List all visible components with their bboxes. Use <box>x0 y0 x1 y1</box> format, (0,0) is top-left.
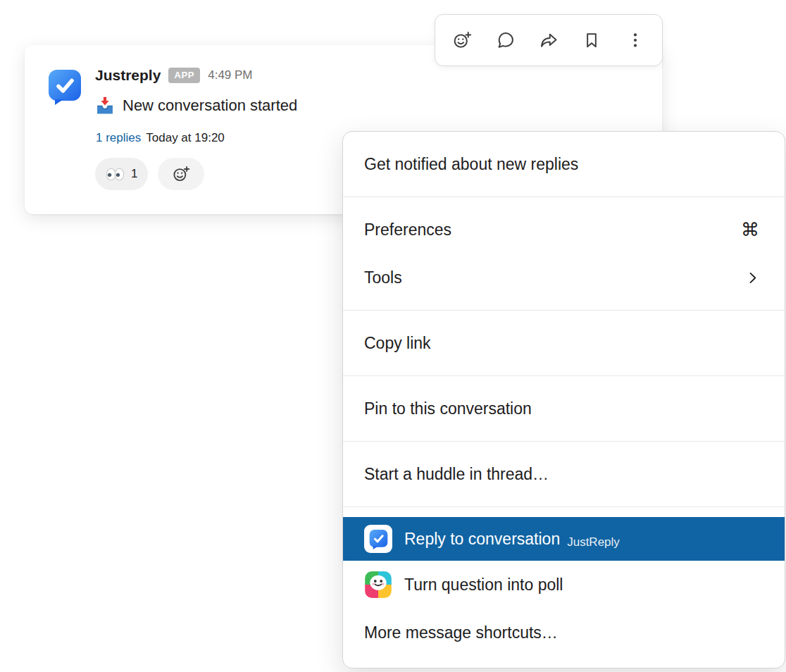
justreply-icon <box>364 525 392 553</box>
menu-item-label: Get notified about new replies <box>364 155 578 174</box>
message-text: New conversation started <box>123 97 297 115</box>
add-reaction-button[interactable] <box>158 158 204 190</box>
menu-item-turn-into-poll[interactable]: Turn question into poll <box>343 561 785 609</box>
menu-item-label: Preferences <box>364 220 451 239</box>
reply-in-thread-icon <box>496 30 516 50</box>
menu-item-label: Copy link <box>364 334 431 353</box>
menu-item-app-name: JustReply <box>567 535 620 549</box>
menu-item-more-shortcuts[interactable]: More message shortcuts… <box>343 609 785 657</box>
menu-section-copy: Copy link <box>343 311 785 376</box>
app-badge: APP <box>168 68 200 83</box>
replies-row: 1 replies Today at 19:20 <box>96 131 225 145</box>
menu-section-shortcuts: Reply to conversationJustReply <box>343 507 785 668</box>
menu-section-settings: Preferences ⌘ Tools <box>343 197 785 311</box>
menu-item-reply-to-conversation[interactable]: Reply to conversationJustReply <box>343 517 785 561</box>
reaction-pill[interactable]: 1 <box>95 158 148 190</box>
replies-link[interactable]: 1 replies <box>96 131 141 145</box>
menu-item-label: Pin to this conversation <box>364 399 532 418</box>
menu-item-label: Reply to conversationJustReply <box>404 530 620 549</box>
more-actions-button[interactable] <box>619 24 651 56</box>
menu-item-get-notified[interactable]: Get notified about new replies <box>343 140 785 188</box>
inbox-tray-emoji <box>95 96 115 116</box>
replies-timestamp: Today at 19:20 <box>146 131 225 145</box>
chevron-right-icon <box>746 271 759 285</box>
command-key-icon: ⌘ <box>741 219 759 241</box>
sender-name[interactable]: Justreply <box>95 67 161 84</box>
menu-item-start-huddle[interactable]: Start a huddle in thread… <box>343 450 785 498</box>
reaction-count: 1 <box>131 167 137 181</box>
justreply-avatar[interactable] <box>48 68 82 105</box>
more-actions-icon <box>625 30 645 50</box>
bookmark-icon <box>582 30 601 50</box>
menu-item-label: Tools <box>364 268 402 287</box>
add-reaction-icon <box>172 165 190 183</box>
save-message-button[interactable] <box>575 24 608 56</box>
eyes-emoji <box>106 168 125 181</box>
menu-section-notify: Get notified about new replies <box>343 132 785 197</box>
message-actions-toolbar <box>435 14 663 66</box>
add-reaction-button[interactable] <box>446 24 478 56</box>
menu-item-copy-link[interactable]: Copy link <box>343 319 785 367</box>
menu-item-tools[interactable]: Tools <box>343 254 785 301</box>
menu-section-huddle: Start a huddle in thread… <box>343 442 785 507</box>
menu-item-label: More message shortcuts… <box>364 623 558 642</box>
menu-section-pin: Pin to this conversation <box>343 376 785 442</box>
message-body: New conversation started <box>95 96 297 116</box>
add-reaction-icon <box>452 30 472 50</box>
menu-item-label: Turn question into poll <box>404 575 563 595</box>
message-context-menu: Get notified about new replies Preferenc… <box>342 131 785 668</box>
poll-icon <box>364 571 392 599</box>
justreply-logo-icon <box>48 68 82 105</box>
reply-in-thread-button[interactable] <box>489 24 522 56</box>
message-timestamp[interactable]: 4:49 PM <box>208 68 252 82</box>
menu-item-label: Start a huddle in thread… <box>364 465 549 484</box>
menu-item-pin-to-conversation[interactable]: Pin to this conversation <box>343 385 785 433</box>
share-message-icon <box>539 30 559 50</box>
share-message-button[interactable] <box>532 24 565 56</box>
message-header: Justreply APP 4:49 PM <box>95 67 253 84</box>
reactions-row: 1 <box>95 158 204 190</box>
menu-item-preferences[interactable]: Preferences ⌘ <box>343 206 785 254</box>
